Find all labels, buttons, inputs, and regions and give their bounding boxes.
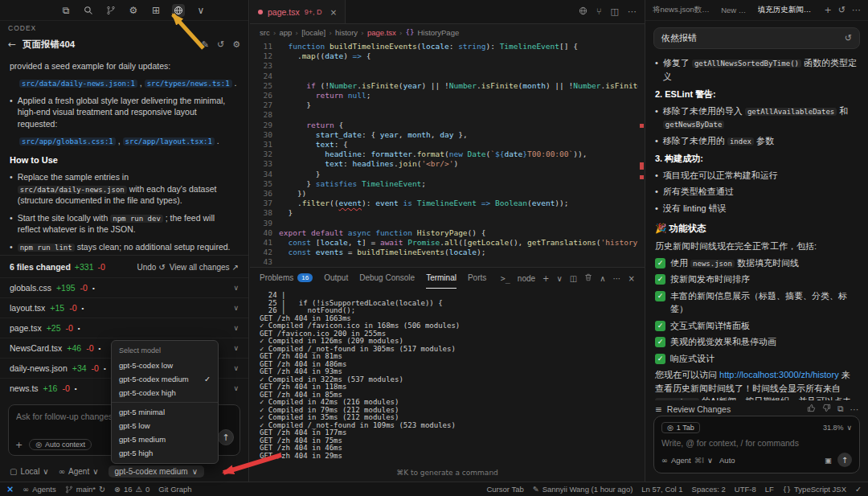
more-icon[interactable]: ⋯: [852, 5, 861, 15]
chevron-down-icon[interactable]: ∨: [846, 424, 852, 432]
check-icon: ✓: [655, 291, 665, 301]
maximize-panel-icon[interactable]: ∧: [600, 274, 605, 283]
file-row[interactable]: page.tsx+25-0•∨: [0, 318, 248, 338]
copy-icon[interactable]: ⧉: [837, 404, 844, 414]
overview-ruler[interactable]: [638, 40, 645, 267]
model-selector-button[interactable]: gpt-5-codex medium∨: [108, 465, 204, 478]
model-option[interactable]: gpt-5-codex high: [112, 386, 218, 400]
new-chat-icon[interactable]: +: [825, 5, 832, 15]
cursor-position[interactable]: Ln 57, Col 1: [641, 485, 682, 494]
grid-icon[interactable]: ⊞: [149, 4, 162, 17]
breadcrumb-item[interactable]: HistoryPage: [417, 28, 459, 37]
error-mark: [640, 175, 644, 179]
edit-icon[interactable]: ✎: [202, 39, 209, 50]
git-branch[interactable]: main*↻: [65, 485, 105, 494]
agent-mode-selector[interactable]: ∞Agent⌘I∨: [661, 456, 713, 465]
history-icon[interactable]: ↺: [838, 5, 845, 15]
git-graph-button[interactable]: Git Graph: [158, 485, 191, 494]
image-attach-icon[interactable]: ▣: [825, 456, 832, 465]
environment-selector[interactable]: ▢Local∨: [10, 467, 49, 476]
settings-icon[interactable]: ⚙: [232, 39, 240, 50]
send-button[interactable]: ↑: [837, 453, 852, 467]
review-changes-bar[interactable]: ≡ Review Changes ⧉ ⋯: [655, 404, 858, 414]
layers-icon[interactable]: ⧉: [59, 4, 72, 17]
model-selector[interactable]: Auto: [719, 456, 735, 465]
inline-link[interactable]: http://localhost:3000/zh/history: [719, 370, 839, 379]
model-option[interactable]: gpt-5 low: [112, 419, 218, 432]
split-editor-icon[interactable]: ◫: [611, 6, 619, 17]
close-panel-icon[interactable]: ×: [628, 274, 635, 283]
compare-icon[interactable]: ⑂: [596, 6, 602, 17]
back-icon[interactable]: ←: [8, 39, 16, 50]
history-icon[interactable]: ↺: [217, 39, 224, 50]
model-option[interactable]: gpt-5-codex medium✓: [112, 372, 218, 386]
terminal-output[interactable]: 24 | 25 | if (!isSupportedLocale(locale)…: [250, 289, 645, 469]
chat-tab[interactable]: New Chat: [721, 6, 750, 14]
more-icon[interactable]: ⋯: [613, 274, 621, 283]
search-icon[interactable]: [82, 4, 95, 17]
language-mode[interactable]: {}TypeScript JSX: [783, 485, 846, 494]
tab-ports[interactable]: Ports: [468, 268, 486, 289]
model-option[interactable]: gpt-5 medium: [112, 432, 218, 446]
text-block: •没有 linting 错误: [655, 202, 858, 215]
more-icon[interactable]: ⋯: [850, 404, 859, 414]
inline-link[interactable]: src/app/globals.css:1: [19, 137, 116, 146]
close-icon[interactable]: ×: [330, 7, 337, 17]
chat-input[interactable]: [661, 438, 852, 448]
chevron-down-icon[interactable]: ∨: [557, 274, 563, 283]
breadcrumb-item[interactable]: app: [279, 28, 292, 37]
breadcrumb-item[interactable]: history: [335, 28, 358, 37]
gear-icon[interactable]: ⚙: [127, 4, 140, 17]
new-terminal-icon[interactable]: +: [542, 274, 549, 283]
inline-link[interactable]: src/app/layout.tsx:1: [123, 137, 215, 146]
source-control-icon[interactable]: [104, 4, 117, 17]
tab-context-chip[interactable]: ◎1 Tab: [661, 422, 700, 433]
file-row[interactable]: layout.tsx+15-0•∨: [0, 297, 248, 318]
resend-icon[interactable]: ↺: [845, 33, 852, 43]
breadcrumb-item[interactable]: [locale]: [301, 28, 326, 37]
breadcrumb-item[interactable]: page.tsx: [367, 28, 396, 37]
encoding[interactable]: UTF-8: [735, 485, 756, 494]
breadcrumb-item[interactable]: src: [260, 28, 270, 37]
globe-icon[interactable]: [172, 4, 185, 17]
shell-selector[interactable]: node: [518, 274, 535, 283]
trash-icon[interactable]: [584, 273, 592, 283]
codex-panel: ⧉ ⚙ ⊞ ∨ CODEX ← 页面报错404 ✎ ↺ ⚙ provided a…: [0, 0, 249, 482]
inline-link[interactable]: src/types/news.ts:1: [145, 80, 232, 88]
model-option[interactable]: gpt-5 minimal: [112, 405, 218, 419]
problems-status[interactable]: ⊗16⚠0: [114, 485, 149, 494]
tab-debug-console[interactable]: Debug Console: [359, 268, 415, 289]
add-context-icon[interactable]: +: [15, 440, 23, 450]
chat-tab[interactable]: 将news.json数据写...: [653, 5, 713, 15]
formatter-check-icon[interactable]: ✓: [855, 485, 862, 494]
indentation[interactable]: Spaces: 2: [692, 485, 726, 494]
remote-icon[interactable]: ⨯: [6, 484, 14, 494]
editor-tab-page-tsx[interactable]: page.tsx 9+, D ×: [250, 0, 346, 23]
mode-selector[interactable]: ∞Agent∨: [59, 467, 99, 476]
model-option[interactable]: gpt-5 high: [112, 446, 218, 460]
thumbs-up-icon[interactable]: [807, 404, 816, 414]
tab-terminal[interactable]: Terminal: [426, 268, 457, 289]
view-all-changes-button[interactable]: View all changes↗: [170, 263, 239, 272]
chat-tab-active[interactable]: 填充历史新闻时间线: [758, 5, 817, 15]
cursor-tab-toggle[interactable]: Cursor Tab: [486, 485, 523, 494]
model-option[interactable]: gpt-5-codex low: [112, 359, 218, 372]
globe-icon[interactable]: [579, 6, 588, 17]
sync-icon[interactable]: ↻: [99, 485, 105, 494]
tab-problems[interactable]: Problems16: [260, 268, 313, 289]
eol[interactable]: LF: [765, 485, 774, 494]
undo-button[interactable]: Undo↺: [137, 263, 165, 272]
file-row[interactable]: globals.css+195-0•∨: [0, 277, 248, 297]
inline-link[interactable]: src/data/daily-news.json:1: [19, 80, 137, 88]
auto-context-pill[interactable]: ◎Auto context: [29, 439, 92, 450]
send-button[interactable]: ↑: [218, 429, 234, 445]
split-terminal-icon[interactable]: ◫: [570, 274, 577, 283]
more-icon[interactable]: ⋯: [628, 6, 637, 17]
user-message[interactable]: 依然报错 ↺: [653, 27, 860, 49]
agents-status[interactable]: ∞Agents: [23, 485, 56, 494]
check-icon: ✓: [655, 258, 665, 268]
code-editor[interactable]: 1112232425262728293031323334353637383940…: [250, 40, 645, 267]
thumbs-down-icon[interactable]: [822, 404, 831, 414]
tab-output[interactable]: Output: [324, 268, 348, 289]
chevron-down-icon[interactable]: ∨: [194, 4, 207, 17]
